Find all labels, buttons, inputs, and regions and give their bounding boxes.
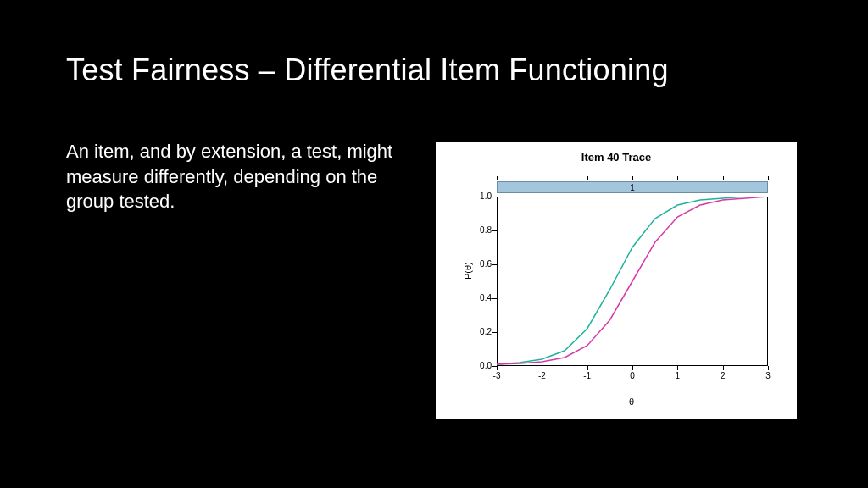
slide: Test Fairness – Differential Item Functi… bbox=[0, 0, 868, 488]
chart-x-tick-mark bbox=[497, 366, 498, 370]
chart-x-tick-label: 1 bbox=[669, 371, 686, 380]
chart-x-tick-label: -3 bbox=[488, 371, 505, 380]
chart-x-tick-mark bbox=[768, 366, 769, 370]
chart-x-tick-mark bbox=[542, 366, 542, 370]
chart-x-tick-mark-top bbox=[632, 176, 633, 180]
chart-x-tick-mark bbox=[632, 366, 633, 370]
chart-y-tick-label: 0.6 bbox=[468, 259, 492, 269]
chart-x-tick-label: 0 bbox=[624, 371, 641, 380]
chart-x-tick-label: 3 bbox=[760, 371, 776, 380]
chart-y-tick-label: 0.2 bbox=[468, 327, 492, 336]
chart-y-tick-label: 1.0 bbox=[468, 191, 492, 201]
chart-x-tick-mark-top bbox=[768, 176, 769, 180]
chart-legend-band: 1 bbox=[497, 181, 768, 193]
chart-x-tick-mark bbox=[587, 366, 588, 370]
chart-x-tick-mark-top bbox=[497, 176, 498, 180]
chart-x-tick-mark bbox=[723, 366, 724, 370]
chart-panel: Item 40 Trace 1 P(θ) θ 0.00.20.40.60.81.… bbox=[436, 142, 797, 419]
chart-series-2 bbox=[497, 197, 768, 364]
chart-x-tick-mark-top bbox=[677, 176, 678, 180]
chart-title: Item 40 Trace bbox=[436, 151, 797, 164]
slide-title: Test Fairness – Differential Item Functi… bbox=[66, 53, 669, 88]
chart-x-tick-label: -1 bbox=[579, 371, 596, 380]
slide-body-text: An item, and by extension, a test, might… bbox=[66, 139, 405, 214]
chart-y-tick-mark bbox=[492, 197, 497, 197]
chart-y-tick-label: 0.4 bbox=[468, 293, 492, 302]
chart-curves bbox=[497, 197, 768, 366]
chart-x-axis-label: θ bbox=[629, 396, 634, 407]
chart-y-tick-mark bbox=[492, 264, 497, 265]
chart-x-tick-mark-top bbox=[587, 176, 588, 180]
chart-y-tick-mark bbox=[492, 332, 497, 333]
chart-x-tick-label: -2 bbox=[533, 371, 550, 380]
chart-y-tick-label: 0.0 bbox=[468, 361, 492, 370]
chart-y-tick-label: 0.8 bbox=[468, 225, 492, 235]
chart-y-tick-mark bbox=[492, 230, 497, 231]
chart-x-tick-mark bbox=[677, 366, 678, 370]
chart-x-tick-mark-top bbox=[542, 176, 542, 180]
chart-x-tick-label: 2 bbox=[715, 371, 732, 380]
chart-x-tick-mark-top bbox=[723, 176, 724, 180]
chart-y-tick-mark bbox=[492, 298, 497, 299]
